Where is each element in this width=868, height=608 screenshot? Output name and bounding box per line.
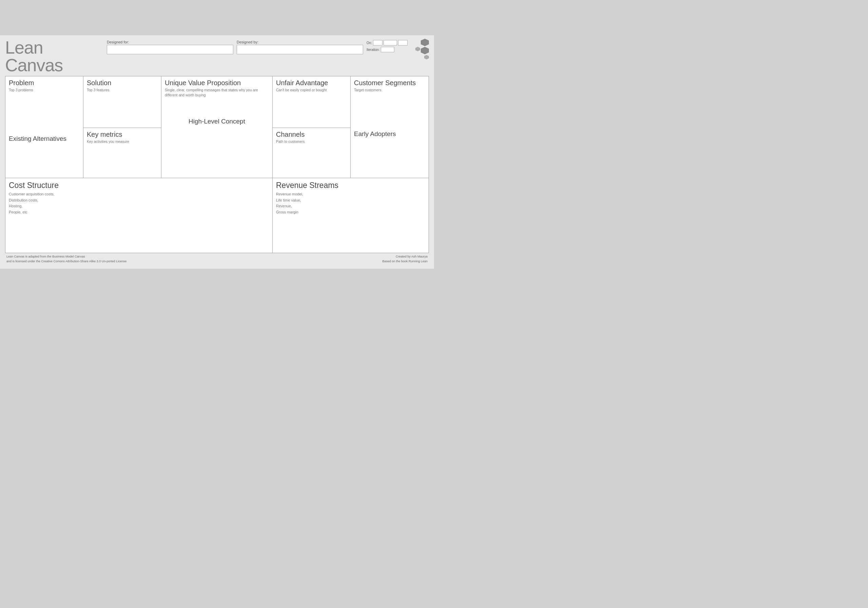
uvp-subtitle: Single, clear, compelling messages that … xyxy=(165,87,269,97)
channels-cell: Channels Path to customers xyxy=(273,128,350,178)
revenue-streams-subtitle: Revenue model,Life time value,Revenue,Gr… xyxy=(276,191,425,215)
key-metrics-subtitle: Key activities you measure xyxy=(87,139,158,144)
footer-left-text: Lean Canvas is adapted from the Business… xyxy=(6,255,127,263)
footer-left: Lean Canvas is adapted from the Business… xyxy=(6,255,127,264)
footer-right-text: Created by Ash MauryaBased on the book R… xyxy=(382,255,428,263)
hex-dark-2 xyxy=(421,47,429,54)
solution-title: Solution xyxy=(87,79,158,87)
customer-segments-cell: Customer Segments Target customers Early… xyxy=(350,76,429,178)
hex-dark-1 xyxy=(421,39,429,46)
solution-cell: Solution Top 3 features xyxy=(84,76,161,128)
hexagons-decoration xyxy=(415,39,429,59)
on-row: On: xyxy=(367,40,411,45)
unfair-advantage-cell: Unfair Advantage Can't be easily copied … xyxy=(273,76,350,128)
designed-by-input[interactable] xyxy=(237,45,363,54)
header: Lean Canvas Designed for: Designed by: O… xyxy=(5,39,429,74)
revenue-streams-title: Revenue Streams xyxy=(276,181,425,190)
cost-structure-cell: Cost Structure Customer acquisition cost… xyxy=(5,178,273,253)
unfair-advantage-title: Unfair Advantage xyxy=(276,79,347,87)
cost-structure-title: Cost Structure xyxy=(9,181,269,190)
on-label: On: xyxy=(367,41,372,45)
designed-for-label: Designed for: xyxy=(107,40,233,44)
day-input[interactable] xyxy=(373,40,383,45)
hex-light-2 xyxy=(424,55,429,59)
canvas-grid: Problem Top 3 problems Existing Alternat… xyxy=(5,76,429,253)
unfair-advantage-subtitle: Can't be easily copied or bought xyxy=(276,87,347,93)
channels-subtitle: Path to customers xyxy=(276,139,347,144)
existing-alternatives-text: Existing Alternatives xyxy=(9,135,67,143)
title-area: Lean Canvas xyxy=(5,39,104,74)
solution-subtitle: Top 3 features xyxy=(87,87,158,93)
uvp-title: Unique Value Proposition xyxy=(165,79,269,87)
designed-by-label: Designed by: xyxy=(237,40,363,44)
uvp-cell: Unique Value Proposition Single, clear, … xyxy=(161,76,273,178)
customer-segments-subtitle: Target customers xyxy=(354,87,425,93)
key-metrics-title: Key metrics xyxy=(87,131,158,138)
key-metrics-cell: Key metrics Key activities you measure xyxy=(84,128,161,178)
problem-title: Problem xyxy=(9,79,80,87)
month-input[interactable] xyxy=(383,40,397,45)
page-title: Lean Canvas xyxy=(5,38,63,75)
customer-segments-title: Customer Segments xyxy=(354,79,425,87)
cost-structure-subtitle: Customer acquisition costs,Distribution … xyxy=(9,191,269,215)
revenue-streams-cell: Revenue Streams Revenue model,Life time … xyxy=(273,178,429,253)
iteration-label: Iteration: xyxy=(367,48,380,51)
meta-area: On: Iteration: xyxy=(367,40,411,52)
footer: Lean Canvas is adapted from the Business… xyxy=(5,255,429,264)
problem-subtitle: Top 3 problems xyxy=(9,87,80,93)
designed-for-input[interactable] xyxy=(107,45,233,54)
iteration-row: Iteration: xyxy=(367,47,411,52)
page-container: Lean Canvas Designed for: Designed by: O… xyxy=(0,35,434,269)
early-adopters-text: Early Adopters xyxy=(354,130,396,138)
channels-title: Channels xyxy=(276,131,347,138)
footer-right: Created by Ash MauryaBased on the book R… xyxy=(382,255,428,264)
designed-by-area: Designed by: xyxy=(237,40,363,54)
iteration-input[interactable] xyxy=(381,47,394,52)
hex-light-1 xyxy=(415,47,420,51)
problem-cell: Problem Top 3 problems Existing Alternat… xyxy=(5,76,84,178)
designed-for-area: Designed for: xyxy=(107,40,233,54)
high-level-concept-text: High-Level Concept xyxy=(189,118,245,125)
year-input[interactable] xyxy=(398,40,408,45)
